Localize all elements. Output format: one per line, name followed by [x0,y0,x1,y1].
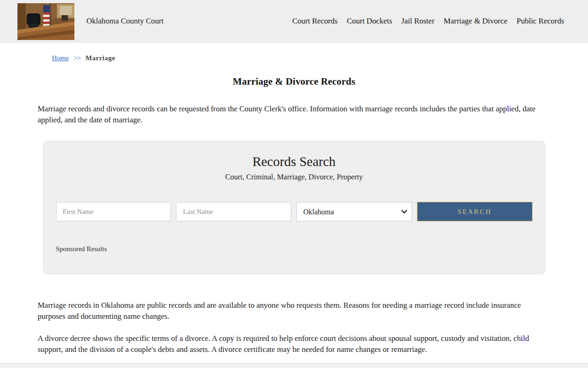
breadcrumb: Home >> Marriage [52,54,588,62]
courtroom-logo-image [17,3,74,40]
breadcrumb-home-link[interactable]: Home [52,54,69,62]
records-search-title: Records Search [56,154,532,169]
state-select-wrapper: Oklahoma [296,202,412,221]
first-name-input[interactable] [56,202,171,221]
intro-paragraph: Marriage records and divorce records can… [38,104,550,126]
content-wrapper: Marriage records and divorce records can… [38,104,550,126]
state-select[interactable]: Oklahoma [296,202,412,221]
nav-court-records[interactable]: Court Records [292,17,338,26]
nav-jail-roster[interactable]: Jail Roster [401,17,435,26]
main-nav: Court Records Court Dockets Jail Roster … [292,17,564,26]
breadcrumb-current: Marriage [85,54,115,62]
records-search-subtitle: Court, Criminal, Marriage, Divorce, Prop… [56,172,532,182]
search-button[interactable]: SEARCH [417,202,532,221]
sponsored-results-label: Sponsored Results [56,245,532,253]
nav-marriage-divorce[interactable]: Marriage & Divorce [444,17,508,26]
page-root: Oklahoma County Court Court Records Cour… [0,0,588,368]
content-wrapper-lower: Marriage records in Oklahoma are public … [38,300,550,355]
main-content: Home >> Marriage Marriage & Divorce Reco… [0,43,588,363]
public-records-paragraph: Marriage records in Oklahoma are public … [38,300,550,322]
records-search-form: Oklahoma SEARCH [56,202,532,221]
site-header: Oklahoma County Court Court Records Cour… [0,0,588,43]
page-title: Marriage & Divorce Records [0,76,588,87]
site-title: Oklahoma County Court [86,17,164,26]
breadcrumb-separator: >> [74,54,80,62]
nav-public-records[interactable]: Public Records [517,17,564,26]
footer-bar [0,363,588,368]
divorce-decree-paragraph: A divorce decree shows the specific term… [38,333,550,355]
last-name-input[interactable] [176,202,291,221]
records-search-panel: Records Search Court, Criminal, Marriage… [43,141,545,274]
nav-court-dockets[interactable]: Court Dockets [347,17,392,26]
